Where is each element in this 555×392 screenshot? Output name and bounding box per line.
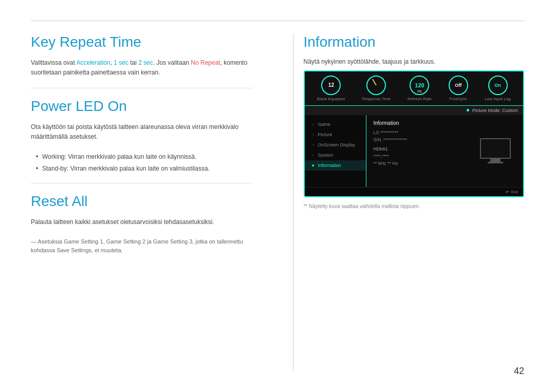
osd-label-refresh: Refresh Rate: [408, 97, 432, 101]
osd-circle-input-lag: On: [488, 76, 508, 95]
osd-response-time: Response Time: [362, 76, 391, 101]
osd-exit-button: ↩ Exit: [506, 190, 518, 194]
standby-text: : Virran merkkivalo palaa kun laite on v…: [67, 165, 210, 172]
osd-label-black-eq: Black Equalizer: [317, 97, 345, 101]
standby-label: Stand-by: [42, 165, 67, 172]
right-footnote: Näytetty kuva saattaa vaihdella mallista…: [304, 202, 525, 210]
osd-top-bar: 12 Black Equalizer Response Time 120: [305, 71, 524, 106]
information-description: Näytä nykyinen syöttölähde, taajuus ja t…: [304, 58, 525, 65]
page-number: 42: [514, 366, 524, 377]
save-settings: Save Settings: [57, 247, 91, 253]
osd-info-ls: LS **********: [374, 130, 468, 135]
exit-label: Exit: [511, 190, 518, 194]
osd-menu-game: ○ Game: [305, 119, 366, 129]
osd-content: Information LS ********** S/N :*********…: [366, 115, 524, 187]
osd-status-bar: Picture Mode: Custom: [305, 106, 524, 115]
reset-all-title: Reset All: [31, 193, 252, 210]
osd-info-title: Information: [374, 120, 468, 126]
osd-low-input-lag: On Low Input Lag: [485, 76, 510, 101]
osd-circle-freesync: Off: [449, 76, 468, 95]
exit-arrow-icon: ↩: [506, 190, 509, 194]
osd-refresh-rate: 120 Hz Refresh Rate: [408, 76, 432, 101]
gauge-needle: [373, 79, 377, 85]
osd-body: ○ Game ○ Picture ○ OnScreen Display ○ Sy…: [305, 115, 524, 187]
no-repeat-text: No Repeat: [191, 59, 220, 66]
working-text: : Virran merkkivalo palaa kun laite on k…: [65, 153, 197, 160]
status-text: Picture Mode: Custom: [472, 108, 518, 113]
2sec-text: 2 sec: [138, 59, 153, 66]
key-repeat-title: Key Repeat Time: [31, 33, 252, 51]
monitor-base: [488, 162, 503, 163]
page-container: Key Repeat Time Valittavissa ovat Accele…: [0, 0, 555, 392]
osd-label-input-lag: Low Input Lag: [485, 97, 510, 101]
osd-info-freq: ** kHz ** Hz: [374, 161, 468, 166]
top-divider: [31, 21, 524, 21]
status-dot: [467, 109, 469, 111]
osd-monitor-icon: [475, 120, 516, 182]
osd-menu: ○ Game ○ Picture ○ OnScreen Display ○ Sy…: [305, 115, 366, 187]
osd-freesync: Off FreeSync: [449, 76, 468, 101]
power-led-bullets: Working: Virran merkkivalo palaa kun lai…: [31, 152, 252, 174]
osd-menu-onscreen: ○ OnScreen Display: [305, 140, 366, 150]
power-led-intro: Ota käyttöön tai poista käytöstä laittee…: [31, 122, 252, 142]
reset-all-intro: Palauta laitteen kaikki asetukset oletus…: [31, 217, 252, 227]
osd-info-sn: S/N :*************: [374, 137, 468, 142]
section-key-repeat: Key Repeat Time Valittavissa ovat Accele…: [31, 33, 252, 78]
divider1: [31, 88, 252, 88]
monitor-osd: 12 Black Equalizer Response Time 120: [304, 70, 525, 197]
osd-label-freesync: FreeSync: [450, 97, 467, 101]
two-col-layout: Key Repeat Time Valittavissa ovat Accele…: [31, 33, 524, 371]
game-setting-3: Game Setting 3: [153, 238, 192, 245]
osd-black-equalizer: 12 Black Equalizer: [317, 76, 345, 101]
section-power-led: Power LED On Ota käyttöön tai poista käy…: [31, 98, 252, 174]
key-repeat-body: Valittavissa ovat Acceleration, 1 sec ta…: [31, 58, 252, 78]
osd-info-hdmi: HDMI1: [374, 146, 468, 152]
right-column: Information Näytä nykyinen syöttölähde, …: [293, 33, 525, 371]
1sec-text: 1 sec: [114, 59, 128, 66]
osd-info-panel: Information LS ********** S/N :*********…: [374, 120, 468, 182]
power-led-title: Power LED On: [31, 98, 252, 115]
osd-menu-information: ● Information: [305, 160, 366, 171]
bullet-working: Working: Virran merkkivalo palaa kun lai…: [36, 152, 252, 162]
osd-menu-picture: ○ Picture: [305, 129, 366, 140]
osd-circle-response: [366, 76, 386, 95]
reset-all-note: Asetuksia Game Setting 1, Game Setting 2…: [31, 237, 252, 254]
acceleration-text: Acceleration: [77, 59, 110, 66]
osd-label-response: Response Time: [362, 97, 391, 101]
game-setting-2: Game Setting 2: [106, 238, 145, 245]
osd-circle-refresh: 120 Hz: [410, 76, 429, 95]
divider2: [31, 183, 252, 183]
bullet-standby: Stand-by: Virran merkkivalo palaa kun la…: [36, 164, 252, 174]
osd-menu-system: ○ System: [305, 150, 366, 160]
working-label: Working: [42, 153, 65, 160]
section-reset-all: Reset All Palauta laitteen kaikki asetuk…: [31, 193, 252, 254]
information-title: Information: [304, 33, 525, 51]
game-setting-1: Game Setting 1: [64, 238, 103, 245]
monitor-display: [480, 138, 511, 159]
osd-circle-black-eq: 12: [321, 76, 341, 95]
osd-footer: ↩ Exit: [305, 187, 524, 196]
left-column: Key Repeat Time Valittavissa ovat Accele…: [31, 33, 262, 371]
osd-info-res: ****,****: [374, 154, 468, 159]
